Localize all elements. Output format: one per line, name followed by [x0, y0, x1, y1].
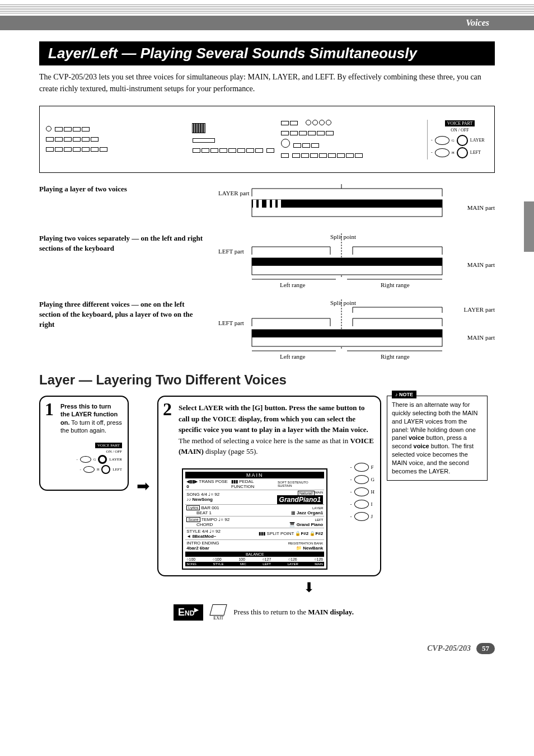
callout-onoff-label: ON / OFF [431, 128, 489, 133]
exit-button-icon: EXIT [211, 604, 226, 621]
step-2-end: display (page 55). [204, 447, 258, 456]
step1-h-letter: H [97, 468, 99, 471]
top-rule-lines [0, 0, 534, 15]
left-circle-button-icon [457, 147, 468, 158]
lcd-split-a: F#2 [301, 531, 308, 536]
lcd-bal-label-0: SONG [186, 562, 196, 566]
step-2-mid: The method of selecting a voice here is … [179, 436, 350, 445]
lcd-bal-label-1: STYLE [213, 562, 223, 566]
side-btn-f: F [371, 464, 374, 470]
scenario-1-heading: Playing a layer of two voices [39, 184, 207, 194]
lcd-bal-1: 100 [215, 557, 222, 561]
lcd-bal-2: 100 [238, 557, 245, 561]
lcd-pedal-label: PEDAL FUNCTION [231, 479, 254, 489]
lcd-side-buttons: -F -G -H -I -J [350, 463, 375, 521]
s2-left-part-label: LEFT part [218, 248, 244, 255]
lcd-bal-0: 100 [189, 557, 195, 561]
s3-left-range-label: Left range [280, 353, 306, 360]
s2-right-range-label: Right range [381, 281, 410, 288]
s2-main-part-label: MAIN part [467, 261, 495, 268]
s3-left-part-label: LEFT part [218, 320, 244, 326]
intro-paragraph: The CVP-205/203 lets you set three voice… [39, 71, 495, 95]
scenario-2: Playing two voices separately — on the l… [39, 233, 495, 289]
step-1-box: 1 Press this to turn the LAYER function … [39, 396, 129, 491]
lcd-bal-label-3: LEFT [263, 562, 271, 566]
sub-heading: Layer — Layering Two Different Voices [39, 372, 495, 388]
lcd-trans-label: TRANS POSE [199, 479, 228, 484]
lcd-main-tag: MAIN [315, 491, 323, 494]
svg-rect-10 [278, 200, 281, 208]
lcd-song-label: SONG [186, 492, 200, 497]
svg-rect-9 [272, 200, 275, 208]
header-category: Voices [455, 16, 534, 30]
step1-voice-part-label: VOICE PART [95, 443, 122, 448]
s1-main-part-label: MAIN part [467, 204, 495, 211]
s3-split-label: Split point [330, 299, 356, 306]
step-1-number: 1 [45, 399, 54, 420]
callout-left-label: LEFT [470, 150, 481, 155]
scenario-1-keyboard-icon [218, 184, 476, 223]
s3-main-part-label: MAIN part [467, 334, 495, 341]
exit-label: EXIT [213, 616, 223, 621]
lcd-ending-value: 6bar [200, 546, 209, 551]
s2-left-range-label: Left range [280, 281, 306, 288]
end-badge: END▶ [174, 604, 203, 621]
scenario-3: Playing three different voices — one on … [39, 299, 495, 361]
lcd-style-name: 8BeatMod~ [192, 534, 216, 539]
section-title: Layer/Left — Playing Several Sounds Simu… [39, 41, 495, 65]
lcd-split-label: SPLIT POINT [267, 531, 294, 536]
note-voice2: voice [414, 443, 429, 449]
lcd-left-voice: Grand Piano [297, 522, 324, 527]
lcd-left-tag: LEFT [315, 518, 324, 522]
lcd-ending-label: ENDING [202, 541, 219, 546]
lcd-style-tempo: 4/4 ♩= 92 [202, 529, 221, 534]
lcd-bal-4: 126 [291, 557, 297, 561]
lcd-tempo-label: TEMPO ♩= 92 [202, 517, 229, 522]
svg-rect-33 [252, 330, 442, 337]
lcd-style-label: STYLE [186, 529, 200, 534]
side-btn-i: I [371, 501, 373, 507]
lcd-balance-title: BALANCE [185, 552, 324, 557]
svg-rect-8 [266, 200, 270, 208]
step-2-box: 2 Select LAYER with the [G] button. Pres… [157, 396, 381, 576]
lcd-layer-voice: Jazz Organ1 [297, 510, 323, 515]
lcd-score-btn: Score [186, 517, 200, 522]
arrow-down-icon: ⬇ [123, 580, 495, 595]
page-number: 57 [476, 643, 495, 654]
lcd-bal-label-4: LAYER [287, 562, 298, 566]
scenario-2-heading: Playing two voices separately — on the l… [39, 233, 207, 253]
lcd-bal-label-5: MAIN [315, 562, 323, 566]
s3-right-range-label: Right range [381, 353, 410, 360]
lcd-regbank-label: REGISTRATION BANK [288, 542, 324, 545]
svg-rect-6 [253, 200, 256, 208]
side-btn-j: J [371, 514, 373, 519]
side-btn-g: G [371, 477, 375, 482]
lcd-chord-label: CHORD [196, 522, 213, 527]
layer-circle-button-icon [457, 135, 468, 146]
s1-layer-part-label: LAYER part [218, 190, 250, 196]
step1-g-letter: G [93, 458, 96, 461]
lcd-lyrics-btn: Lyrics [186, 505, 200, 510]
end-text-pre: Press this to return to the [233, 608, 308, 616]
lcd-screen: MAIN ◀▮▮▶ TRANS POSE 0 ▮▮▮ PEDAL FUNCTIO… [182, 468, 327, 570]
lcd-beat-value: 1 [209, 510, 211, 515]
s2-split-label: Split point [330, 233, 356, 240]
footer-model: CVP-205/203 [427, 644, 471, 653]
note-tab-label: NOTE [392, 391, 416, 398]
step1-layer-label: LAYER [109, 457, 122, 462]
scenario-3-heading: Playing three different voices — one on … [39, 299, 207, 330]
scenario-3-keyboard-icon [218, 299, 476, 361]
keyboard-panel-diagram: VOICE PART ON / OFF - G LAYER - H LEFT [39, 106, 495, 173]
page-footer: CVP-205/203 57 [0, 632, 534, 665]
s3-layer-part-label: LAYER part [463, 306, 495, 313]
step-2-bold1: Select LAYER with the [G] button. Press … [179, 403, 368, 434]
lcd-title: MAIN [185, 472, 324, 478]
step1-left-circle-icon [101, 465, 110, 474]
step-2-number: 2 [163, 399, 172, 420]
side-btn-h: H [371, 489, 375, 495]
arrow-right-icon: ➡ [137, 477, 149, 495]
svg-rect-7 [259, 200, 262, 208]
lcd-intro-label: INTRO [186, 541, 200, 546]
step1-layer-circle-icon [98, 455, 107, 464]
callout-g-letter: G [452, 138, 455, 143]
